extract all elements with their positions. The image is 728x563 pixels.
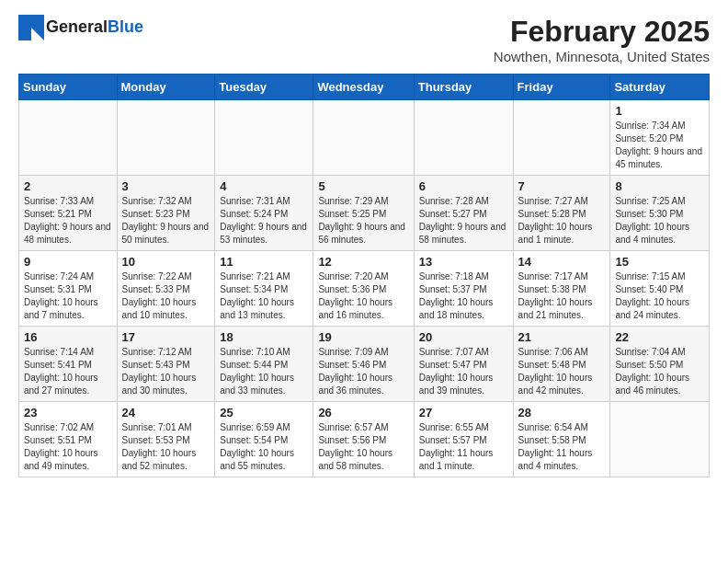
calendar-cell: 19Sunrise: 7:09 AM Sunset: 5:46 PM Dayli… [313,327,414,402]
day-header-monday: Monday [117,75,215,100]
cell-info: Sunrise: 7:06 AM Sunset: 5:48 PM Dayligh… [518,346,606,397]
day-number: 28 [518,406,606,419]
calendar-cell: 6Sunrise: 7:28 AM Sunset: 5:27 PM Daylig… [414,176,513,251]
cell-info: Sunrise: 6:55 AM Sunset: 5:57 PM Dayligh… [419,421,508,473]
day-header-friday: Friday [513,75,610,100]
calendar-cell: 8Sunrise: 7:25 AM Sunset: 5:30 PM Daylig… [610,176,710,251]
calendar-cell: 7Sunrise: 7:27 AM Sunset: 5:28 PM Daylig… [513,176,610,251]
month-title: February 2025 [494,15,710,49]
calendar-cell: 24Sunrise: 7:01 AM Sunset: 5:53 PM Dayli… [117,402,215,477]
cell-info: Sunrise: 7:14 AM Sunset: 5:41 PM Dayligh… [24,346,112,397]
calendar-cell: 27Sunrise: 6:55 AM Sunset: 5:57 PM Dayli… [414,402,513,477]
calendar-cell: 18Sunrise: 7:10 AM Sunset: 5:44 PM Dayli… [215,327,313,402]
cell-info: Sunrise: 7:25 AM Sunset: 5:30 PM Dayligh… [615,195,704,247]
day-number: 15 [615,255,704,269]
calendar-cell: 21Sunrise: 7:06 AM Sunset: 5:48 PM Dayli… [513,327,610,402]
cell-info: Sunrise: 7:02 AM Sunset: 5:51 PM Dayligh… [24,421,112,473]
cell-info: Sunrise: 7:04 AM Sunset: 5:50 PM Dayligh… [615,346,704,397]
calendar-header: SundayMondayTuesdayWednesdayThursdayFrid… [19,75,710,100]
day-header-saturday: Saturday [610,75,710,100]
calendar-cell: 5Sunrise: 7:29 AM Sunset: 5:25 PM Daylig… [313,176,414,251]
logo-icon [18,15,44,40]
cell-info: Sunrise: 7:32 AM Sunset: 5:23 PM Dayligh… [122,195,210,247]
cell-info: Sunrise: 7:24 AM Sunset: 5:31 PM Dayligh… [24,270,112,322]
calendar-cell [414,100,513,176]
cell-info: Sunrise: 7:31 AM Sunset: 5:24 PM Dayligh… [220,195,308,247]
logo-text-block: GeneralBlue [46,18,143,37]
calendar-cell [215,100,313,176]
cell-info: Sunrise: 7:34 AM Sunset: 5:20 PM Dayligh… [615,120,704,171]
day-header-tuesday: Tuesday [215,75,313,100]
calendar-cell: 15Sunrise: 7:15 AM Sunset: 5:40 PM Dayli… [610,251,710,327]
cell-info: Sunrise: 7:21 AM Sunset: 5:34 PM Dayligh… [220,270,308,322]
calendar-cell: 26Sunrise: 6:57 AM Sunset: 5:56 PM Dayli… [313,402,414,477]
calendar-cell: 1Sunrise: 7:34 AM Sunset: 5:20 PM Daylig… [610,100,710,176]
week-row-3: 9Sunrise: 7:24 AM Sunset: 5:31 PM Daylig… [19,251,710,327]
calendar-cell: 16Sunrise: 7:14 AM Sunset: 5:41 PM Dayli… [19,327,118,402]
day-number: 9 [24,255,112,269]
day-header-wednesday: Wednesday [313,75,414,100]
calendar-cell: 25Sunrise: 6:59 AM Sunset: 5:54 PM Dayli… [215,402,313,477]
week-row-4: 16Sunrise: 7:14 AM Sunset: 5:41 PM Dayli… [19,327,710,402]
cell-info: Sunrise: 7:29 AM Sunset: 5:25 PM Dayligh… [318,195,408,247]
title-area: February 2025 Nowthen, Minnesota, United… [494,15,710,64]
cell-info: Sunrise: 7:27 AM Sunset: 5:28 PM Dayligh… [518,195,606,247]
header-row: SundayMondayTuesdayWednesdayThursdayFrid… [19,75,710,100]
day-number: 26 [318,406,408,419]
day-number: 17 [122,330,210,344]
day-number: 22 [615,330,704,344]
calendar-cell [19,100,118,176]
day-number: 16 [24,330,112,344]
calendar-cell [313,100,414,176]
calendar-cell: 13Sunrise: 7:18 AM Sunset: 5:37 PM Dayli… [414,251,513,327]
day-number: 11 [220,255,308,269]
svg-rect-1 [31,15,44,28]
day-number: 14 [518,255,606,269]
day-number: 24 [122,406,210,419]
day-number: 8 [615,179,704,193]
calendar-cell: 10Sunrise: 7:22 AM Sunset: 5:33 PM Dayli… [117,251,215,327]
day-number: 7 [518,179,606,193]
day-number: 5 [318,179,408,193]
page: GeneralBlue February 2025 Nowthen, Minne… [0,0,728,492]
svg-rect-2 [18,28,31,40]
day-header-thursday: Thursday [414,75,513,100]
calendar-cell: 20Sunrise: 7:07 AM Sunset: 5:47 PM Dayli… [414,327,513,402]
week-row-2: 2Sunrise: 7:33 AM Sunset: 5:21 PM Daylig… [19,176,710,251]
day-number: 4 [220,179,308,193]
cell-info: Sunrise: 7:22 AM Sunset: 5:33 PM Dayligh… [122,270,210,322]
cell-info: Sunrise: 7:20 AM Sunset: 5:36 PM Dayligh… [318,270,408,322]
day-number: 12 [318,255,408,269]
header: GeneralBlue February 2025 Nowthen, Minne… [18,15,710,64]
calendar-cell: 28Sunrise: 6:54 AM Sunset: 5:58 PM Dayli… [513,402,610,477]
cell-info: Sunrise: 7:17 AM Sunset: 5:38 PM Dayligh… [518,270,606,322]
day-number: 13 [419,255,508,269]
week-row-1: 1Sunrise: 7:34 AM Sunset: 5:20 PM Daylig… [19,100,710,176]
day-header-sunday: Sunday [19,75,118,100]
calendar-cell: 4Sunrise: 7:31 AM Sunset: 5:24 PM Daylig… [215,176,313,251]
cell-info: Sunrise: 7:18 AM Sunset: 5:37 PM Dayligh… [419,270,508,322]
cell-info: Sunrise: 7:09 AM Sunset: 5:46 PM Dayligh… [318,346,408,397]
calendar-cell: 3Sunrise: 7:32 AM Sunset: 5:23 PM Daylig… [117,176,215,251]
day-number: 10 [122,255,210,269]
calendar-cell: 22Sunrise: 7:04 AM Sunset: 5:50 PM Dayli… [610,327,710,402]
day-number: 25 [220,406,308,419]
calendar-table: SundayMondayTuesdayWednesdayThursdayFrid… [18,74,710,477]
day-number: 2 [24,179,112,193]
day-number: 20 [419,330,508,344]
calendar-cell: 9Sunrise: 7:24 AM Sunset: 5:31 PM Daylig… [19,251,118,327]
calendar-cell: 23Sunrise: 7:02 AM Sunset: 5:51 PM Dayli… [19,402,118,477]
cell-info: Sunrise: 6:59 AM Sunset: 5:54 PM Dayligh… [220,421,308,473]
calendar-cell [610,402,710,477]
day-number: 1 [615,104,704,118]
calendar-cell: 2Sunrise: 7:33 AM Sunset: 5:21 PM Daylig… [19,176,118,251]
day-number: 19 [318,330,408,344]
cell-info: Sunrise: 7:01 AM Sunset: 5:53 PM Dayligh… [122,421,210,473]
location-title: Nowthen, Minnesota, United States [494,49,710,64]
day-number: 21 [518,330,606,344]
day-number: 3 [122,179,210,193]
cell-info: Sunrise: 6:54 AM Sunset: 5:58 PM Dayligh… [518,421,606,473]
cell-info: Sunrise: 6:57 AM Sunset: 5:56 PM Dayligh… [318,421,408,473]
cell-info: Sunrise: 7:28 AM Sunset: 5:27 PM Dayligh… [419,195,508,247]
cell-info: Sunrise: 7:10 AM Sunset: 5:44 PM Dayligh… [220,346,308,397]
